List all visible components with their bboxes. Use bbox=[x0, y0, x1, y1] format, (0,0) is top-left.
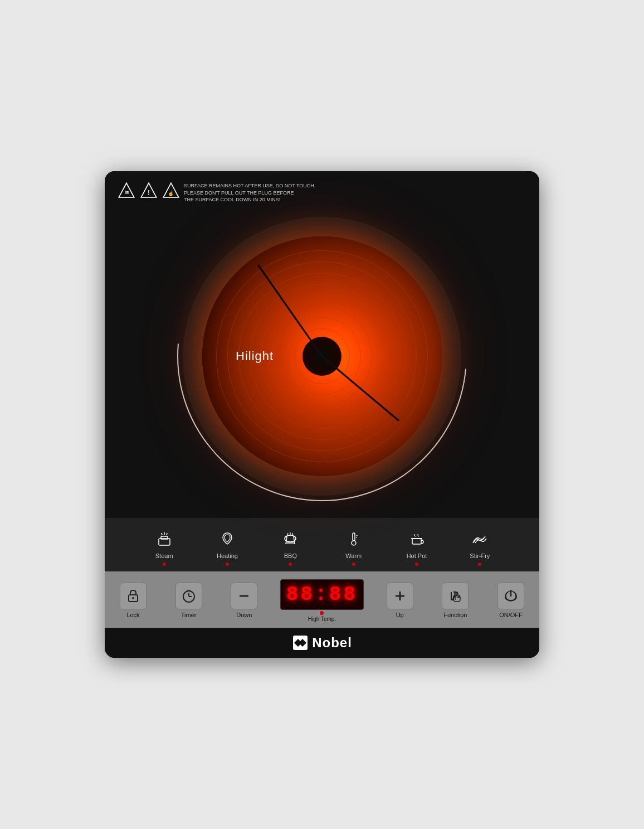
svg-line-15 bbox=[287, 533, 288, 535]
svg-line-17 bbox=[292, 533, 293, 535]
hot-pot-indicator bbox=[415, 563, 418, 566]
lock-button[interactable]: Lock bbox=[114, 583, 153, 618]
function-icon bbox=[442, 583, 469, 609]
warm-indicator bbox=[352, 563, 355, 566]
on-off-button[interactable]: ON/OFF bbox=[491, 583, 530, 618]
stir-fry-label: Stir-Fry bbox=[470, 552, 490, 559]
hot-surface-warning-icon: ≋ bbox=[117, 181, 136, 200]
display-area: 88:88 High Temp. bbox=[280, 579, 364, 622]
warning-icons: ≋ ! ☝ bbox=[117, 181, 180, 200]
warm-label: Warm bbox=[345, 552, 362, 559]
function-button[interactable]: Function bbox=[436, 583, 475, 618]
up-icon bbox=[387, 583, 413, 609]
warning-text: SURFACE REMAINS HOT AFTER USE, DO NOT TO… bbox=[184, 182, 315, 203]
stir-fry-button[interactable]: Stir-Fry bbox=[448, 527, 511, 566]
hot-pot-label: Hot Pot bbox=[407, 552, 427, 559]
function-label: Function bbox=[443, 612, 467, 618]
stir-fry-indicator bbox=[478, 563, 481, 566]
steam-indicator bbox=[163, 563, 166, 566]
brand-name: Nobel bbox=[312, 635, 352, 651]
caution-warning-icon: ! bbox=[139, 181, 158, 200]
function-panel: Steam Heating bbox=[105, 518, 539, 571]
high-temp-area: High Temp. bbox=[308, 611, 336, 622]
bbq-label: BBQ bbox=[284, 552, 297, 559]
heating-button[interactable]: Heating bbox=[196, 527, 258, 566]
heating-label: Heating bbox=[217, 552, 238, 559]
svg-text:!: ! bbox=[148, 189, 150, 197]
bbq-icon bbox=[279, 527, 302, 550]
function-buttons-row: Steam Heating bbox=[116, 527, 528, 566]
timer-icon bbox=[175, 583, 202, 609]
svg-rect-7 bbox=[161, 536, 168, 539]
down-label: Down bbox=[236, 612, 252, 618]
warning-area: ≋ ! ☝ SURFACE REMAINS HOT AFTER USE, DO … bbox=[117, 181, 527, 203]
stir-fry-icon bbox=[468, 527, 491, 550]
svg-text:☝: ☝ bbox=[168, 190, 174, 197]
down-button[interactable]: Down bbox=[225, 583, 264, 618]
svg-text:≋: ≋ bbox=[124, 189, 129, 196]
burner-glow: Hilight bbox=[202, 236, 442, 476]
on-off-label: ON/OFF bbox=[499, 612, 523, 618]
up-label: Up bbox=[396, 612, 404, 618]
hot-pot-icon bbox=[405, 527, 428, 550]
hilight-label: Hilight bbox=[236, 349, 274, 363]
steam-button[interactable]: Steam bbox=[133, 527, 196, 566]
steam-label: Steam bbox=[155, 552, 173, 559]
svg-point-23 bbox=[132, 597, 134, 599]
seven-seg-display: 88:88 bbox=[280, 579, 364, 610]
burner-outer-ring: Hilight bbox=[183, 217, 461, 496]
burner-area: Hilight bbox=[117, 211, 527, 512]
brand-logo: Nobel bbox=[292, 634, 352, 651]
svg-line-8 bbox=[162, 533, 162, 535]
svg-line-10 bbox=[167, 533, 167, 535]
steam-icon bbox=[153, 527, 176, 550]
timer-label: Timer bbox=[181, 612, 197, 618]
lock-icon bbox=[120, 583, 147, 609]
warm-icon bbox=[342, 527, 365, 550]
top-panel: ≋ ! ☝ SURFACE REMAINS HOT AFTER USE, DO … bbox=[105, 171, 539, 518]
bbq-indicator bbox=[289, 563, 292, 566]
control-panel: Lock Timer Down bbox=[105, 571, 539, 628]
timer-button[interactable]: Timer bbox=[169, 583, 208, 618]
svg-point-19 bbox=[352, 541, 356, 545]
device: ≋ ! ☝ SURFACE REMAINS HOT AFTER USE, DO … bbox=[105, 171, 539, 658]
warm-button[interactable]: Warm bbox=[322, 527, 385, 566]
high-temp-label: High Temp. bbox=[308, 616, 336, 622]
svg-rect-6 bbox=[159, 539, 170, 545]
brand-icon bbox=[292, 634, 309, 651]
bbq-button[interactable]: BBQ bbox=[259, 527, 322, 566]
svg-rect-18 bbox=[353, 533, 355, 541]
do-not-touch-warning-icon: ☝ bbox=[162, 181, 180, 200]
heating-indicator bbox=[226, 563, 229, 566]
hot-pot-button[interactable]: Hot Pot bbox=[385, 527, 448, 566]
up-button[interactable]: Up bbox=[380, 583, 419, 618]
brand-panel: Nobel bbox=[105, 628, 539, 658]
lock-label: Lock bbox=[126, 612, 139, 618]
heating-icon bbox=[216, 527, 239, 550]
high-temp-dot bbox=[320, 611, 324, 615]
down-icon bbox=[231, 583, 257, 609]
on-off-icon bbox=[497, 583, 524, 609]
